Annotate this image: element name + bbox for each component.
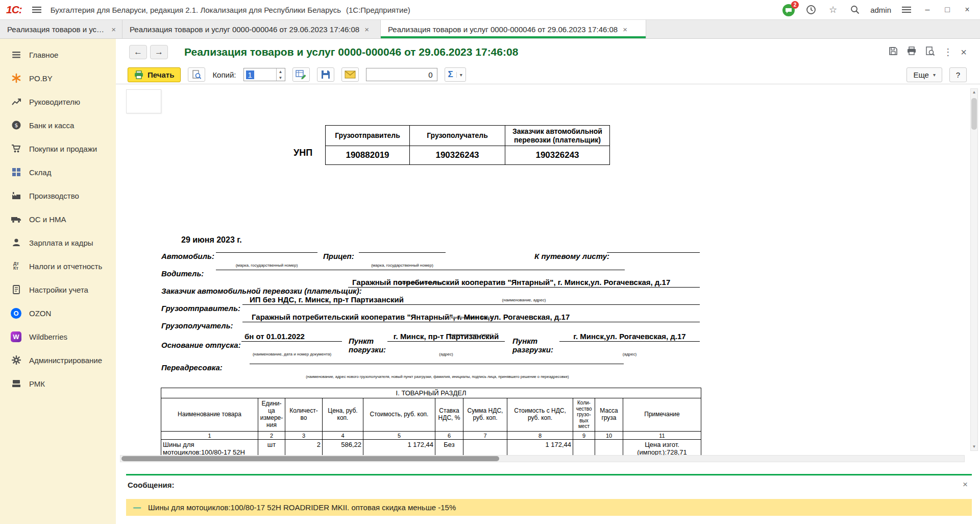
goods-colnum-cell: 3 xyxy=(285,432,323,440)
tools-menu-icon xyxy=(902,6,911,13)
tab-realization-list[interactable]: Реализация товаров и услуг × xyxy=(0,20,122,38)
close-messages-button[interactable]: × xyxy=(963,480,968,490)
goods-header-cell: Едини-ца измере-ния xyxy=(258,398,285,432)
poby-star-icon xyxy=(10,73,22,84)
vertical-scroll-thumb[interactable] xyxy=(971,98,977,130)
save-button[interactable] xyxy=(888,46,898,58)
print-preview-area: УНП Грузоотправитель Грузополучатель Зак… xyxy=(116,84,980,463)
sidebar-item-manager[interactable]: Руководителю xyxy=(0,90,116,113)
goods-colnum-cell: 10 xyxy=(595,432,623,440)
goods-colnum-cell: 4 xyxy=(323,432,363,440)
help-button[interactable]: ? xyxy=(949,67,967,82)
forward-button[interactable]: → xyxy=(150,45,168,59)
favorites-button[interactable]: ☆ xyxy=(826,3,840,16)
ozon-icon: O xyxy=(10,307,22,319)
messages-panel: Сообщения: × — Шины для мотоциклов:100/8… xyxy=(116,463,980,524)
history-button[interactable] xyxy=(804,3,818,16)
tab-bar: Реализация товаров и услуг × Реализация … xyxy=(0,20,980,39)
more-button[interactable]: Еще ▾ xyxy=(906,67,942,82)
sidebar-item-label: Налоги и отчетность xyxy=(29,262,102,271)
field-label: Грузоотправитель: xyxy=(161,304,240,313)
sidebar-item-poby[interactable]: PO.BY xyxy=(0,66,116,90)
print-preview-button[interactable] xyxy=(188,67,205,82)
sidebar-item-ozon[interactable]: O OZON xyxy=(0,301,116,325)
search-button[interactable] xyxy=(848,3,862,16)
current-user[interactable]: admin xyxy=(870,6,891,14)
spreadsheet-document[interactable]: УНП Грузоотправитель Грузополучатель Зак… xyxy=(116,84,960,455)
field-value: Гаражный потребительский кооператив "Янт… xyxy=(348,277,700,288)
field-label: Основание отпуска: xyxy=(161,341,241,349)
preview-button[interactable] xyxy=(925,46,935,58)
close-window-button[interactable]: × xyxy=(962,5,973,14)
sidebar-item-label: Производство xyxy=(29,192,79,200)
sidebar-item-production[interactable]: Производство xyxy=(0,184,116,207)
field-label: Грузополучатель: xyxy=(161,321,233,330)
sidebar-item-administration[interactable]: Администрирование xyxy=(0,348,116,372)
save-file-button[interactable] xyxy=(317,67,334,82)
print-document-button[interactable]: Печать xyxy=(128,67,181,82)
sidebar-item-label: Главное xyxy=(29,51,58,59)
autosum-button[interactable]: Σ ▾ xyxy=(445,67,466,82)
sidebar-item-wildberries[interactable]: W Wildberries xyxy=(0,325,116,348)
sidebar-item-main[interactable]: Главное xyxy=(0,43,116,66)
ttn-print-form: УНП Грузоотправитель Грузополучатель Зак… xyxy=(116,84,960,455)
send-email-button[interactable] xyxy=(341,67,359,82)
table-edit-icon xyxy=(296,69,307,80)
sidebar-item-bank[interactable]: $ Банк и касса xyxy=(0,113,116,137)
form-header: ← → Реализация товаров и услуг 0000-0000… xyxy=(116,39,980,65)
goods-colnum-cell: 7 xyxy=(463,432,507,440)
window-title: Бухгалтерия для Беларуси, редакция 2.1. … xyxy=(51,6,341,14)
sidebar-item-salary-hr[interactable]: Зарплата и кадры xyxy=(0,231,116,254)
close-form-button[interactable]: × xyxy=(961,47,967,57)
unp-table: Грузоотправитель Грузополучатель Заказчи… xyxy=(325,125,610,165)
spin-up-icon[interactable]: ▲ xyxy=(277,68,285,75)
field-value xyxy=(250,354,624,364)
tab-close-icon[interactable]: × xyxy=(623,25,627,34)
message-text: Шины для мотоциклов:100/80-17 52H ROADRI… xyxy=(148,503,456,512)
sidebar-item-rmk[interactable]: РМК xyxy=(0,372,116,395)
spin-down-icon[interactable]: ▼ xyxy=(277,75,285,81)
tab-realization-doc-active[interactable]: Реализация товаров и услуг 0000-000046 о… xyxy=(381,20,646,38)
tab-label: Реализация товаров и услуг 0000-000046 о… xyxy=(130,25,359,34)
horizontal-scroll-thumb[interactable] xyxy=(121,456,499,461)
field-label: Заказчик автомобильной перевозки (плател… xyxy=(161,287,362,295)
sum-field[interactable]: 0 xyxy=(366,68,437,81)
hamburger-icon xyxy=(32,6,41,13)
tab-close-icon[interactable]: × xyxy=(111,25,116,34)
floppy-icon xyxy=(321,69,331,80)
print-settings-button[interactable] xyxy=(292,67,310,82)
sidebar-item-taxes[interactable]: ДтКт Налоги и отчетность xyxy=(0,254,116,278)
sidebar-item-label: Wildberries xyxy=(29,332,67,341)
print-button[interactable] xyxy=(906,46,917,58)
scroll-down-icon[interactable]: ▼ xyxy=(972,443,976,450)
search-icon xyxy=(850,5,860,15)
sidebar-item-label: Банк и касса xyxy=(29,121,74,130)
copies-stepper[interactable]: 1 ▲ ▼ xyxy=(243,68,285,81)
tab-close-icon[interactable]: × xyxy=(364,25,369,34)
sidebar-item-accounting-settings[interactable]: Настройки учета xyxy=(0,278,116,301)
tab-realization-doc[interactable]: Реализация товаров и услуг 0000-000046 о… xyxy=(122,20,381,38)
horizontal-scrollbar[interactable] xyxy=(120,455,965,462)
person-icon xyxy=(10,237,22,248)
goods-colnum-cell: 2 xyxy=(258,432,285,440)
more-actions-button[interactable]: ⋮ xyxy=(943,47,952,57)
maximize-button[interactable]: □ xyxy=(942,5,953,14)
chevron-down-icon[interactable]: ▾ xyxy=(456,72,462,78)
application-window: 1С: Бухгалтерия для Беларуси, редакция 2… xyxy=(0,0,980,524)
tools-menu-button[interactable] xyxy=(900,3,913,16)
goods-cell xyxy=(463,440,507,456)
vertical-scrollbar[interactable]: ▲ ▼ xyxy=(970,88,978,451)
sidebar-item-fixed-assets[interactable]: ОС и НМА xyxy=(0,207,116,231)
sidebar-item-label: Покупки и продажи xyxy=(29,145,97,153)
minimize-button[interactable]: – xyxy=(922,5,933,14)
app-name: (1С:Предприятие) xyxy=(346,6,410,14)
unp-header-cell: Грузополучатель xyxy=(410,126,505,146)
main-menu-button[interactable] xyxy=(30,3,43,16)
back-button[interactable]: ← xyxy=(129,45,147,59)
goods-header-cell: Наименование товара xyxy=(161,398,258,432)
sidebar-item-warehouse[interactable]: Склад xyxy=(0,160,116,184)
sidebar-item-purchases-sales[interactable]: Покупки и продажи xyxy=(0,137,116,160)
message-item[interactable]: — Шины для мотоциклов:100/80-17 52H ROAD… xyxy=(126,499,972,516)
scroll-up-icon[interactable]: ▲ xyxy=(972,89,976,96)
discussions-button[interactable]: 2 xyxy=(782,3,796,17)
